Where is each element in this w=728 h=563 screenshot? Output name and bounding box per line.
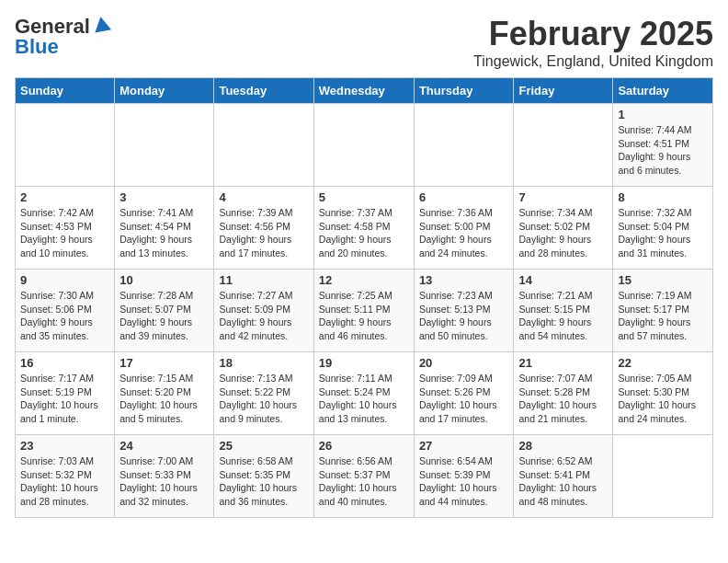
header-thursday: Thursday xyxy=(414,78,514,104)
day-info: Sunrise: 7:34 AM Sunset: 5:02 PM Dayligh… xyxy=(518,206,608,260)
day-number: 17 xyxy=(119,356,209,370)
calendar-cell xyxy=(115,104,214,187)
calendar-cell: 19Sunrise: 7:11 AM Sunset: 5:24 PM Dayli… xyxy=(313,352,414,435)
day-info: Sunrise: 7:39 AM Sunset: 4:56 PM Dayligh… xyxy=(219,206,308,260)
day-info: Sunrise: 7:30 AM Sunset: 5:06 PM Dayligh… xyxy=(20,289,109,343)
day-number: 19 xyxy=(319,356,409,370)
calendar-header-row: SundayMondayTuesdayWednesdayThursdayFrid… xyxy=(16,78,713,104)
day-number: 7 xyxy=(518,190,608,204)
day-info: Sunrise: 7:28 AM Sunset: 5:07 PM Dayligh… xyxy=(119,289,209,343)
header-sunday: Sunday xyxy=(16,78,115,104)
day-number: 5 xyxy=(319,190,409,204)
day-number: 2 xyxy=(20,190,109,204)
day-info: Sunrise: 7:09 AM Sunset: 5:26 PM Dayligh… xyxy=(419,372,509,426)
day-number: 4 xyxy=(219,190,308,204)
calendar-cell: 16Sunrise: 7:17 AM Sunset: 5:19 PM Dayli… xyxy=(16,352,115,435)
day-number: 9 xyxy=(20,273,109,287)
day-number: 16 xyxy=(20,356,109,370)
calendar-cell: 4Sunrise: 7:39 AM Sunset: 4:56 PM Daylig… xyxy=(214,187,313,270)
calendar-cell: 10Sunrise: 7:28 AM Sunset: 5:07 PM Dayli… xyxy=(115,270,214,352)
calendar-cell: 18Sunrise: 7:13 AM Sunset: 5:22 PM Dayli… xyxy=(214,352,313,435)
day-info: Sunrise: 7:07 AM Sunset: 5:28 PM Dayligh… xyxy=(518,372,608,426)
day-number: 6 xyxy=(419,190,509,204)
calendar-cell: 20Sunrise: 7:09 AM Sunset: 5:26 PM Dayli… xyxy=(414,352,514,435)
day-number: 12 xyxy=(319,273,409,287)
calendar-cell: 13Sunrise: 7:23 AM Sunset: 5:13 PM Dayli… xyxy=(414,270,514,352)
calendar-cell: 3Sunrise: 7:41 AM Sunset: 4:54 PM Daylig… xyxy=(115,187,214,270)
day-info: Sunrise: 6:58 AM Sunset: 5:35 PM Dayligh… xyxy=(219,454,308,509)
day-info: Sunrise: 7:36 AM Sunset: 5:00 PM Dayligh… xyxy=(419,206,509,260)
day-number: 13 xyxy=(419,273,509,287)
day-info: Sunrise: 7:15 AM Sunset: 5:20 PM Dayligh… xyxy=(119,372,209,426)
calendar-cell: 9Sunrise: 7:30 AM Sunset: 5:06 PM Daylig… xyxy=(16,270,115,352)
day-info: Sunrise: 7:11 AM Sunset: 5:24 PM Dayligh… xyxy=(319,372,409,426)
week-row-2: 2Sunrise: 7:42 AM Sunset: 4:53 PM Daylig… xyxy=(16,187,713,270)
header-saturday: Saturday xyxy=(613,78,713,104)
calendar-cell: 22Sunrise: 7:05 AM Sunset: 5:30 PM Dayli… xyxy=(613,352,713,435)
calendar-cell: 25Sunrise: 6:58 AM Sunset: 5:35 PM Dayli… xyxy=(214,435,313,518)
day-info: Sunrise: 7:25 AM Sunset: 5:11 PM Dayligh… xyxy=(319,289,409,343)
calendar-cell: 7Sunrise: 7:34 AM Sunset: 5:02 PM Daylig… xyxy=(514,187,613,270)
sub-title: Tingewick, England, United Kingdom xyxy=(473,53,713,70)
calendar-cell: 28Sunrise: 6:52 AM Sunset: 5:41 PM Dayli… xyxy=(514,435,613,518)
week-row-5: 23Sunrise: 7:03 AM Sunset: 5:32 PM Dayli… xyxy=(16,435,713,518)
calendar-cell: 15Sunrise: 7:19 AM Sunset: 5:17 PM Dayli… xyxy=(613,270,713,352)
page-header: General Blue February 2025 Tingewick, En… xyxy=(15,15,713,70)
day-number: 25 xyxy=(219,439,308,453)
day-number: 26 xyxy=(319,439,409,453)
calendar-cell: 1Sunrise: 7:44 AM Sunset: 4:51 PM Daylig… xyxy=(613,104,713,187)
logo-blue: Blue xyxy=(15,35,59,59)
day-info: Sunrise: 7:03 AM Sunset: 5:32 PM Dayligh… xyxy=(20,454,109,509)
week-row-4: 16Sunrise: 7:17 AM Sunset: 5:19 PM Dayli… xyxy=(16,352,713,435)
header-wednesday: Wednesday xyxy=(313,78,414,104)
calendar-cell: 27Sunrise: 6:54 AM Sunset: 5:39 PM Dayli… xyxy=(414,435,514,518)
day-info: Sunrise: 7:32 AM Sunset: 5:04 PM Dayligh… xyxy=(618,206,708,260)
logo-icon xyxy=(92,15,112,35)
calendar-cell: 21Sunrise: 7:07 AM Sunset: 5:28 PM Dayli… xyxy=(514,352,613,435)
svg-marker-0 xyxy=(93,16,112,33)
day-info: Sunrise: 7:00 AM Sunset: 5:33 PM Dayligh… xyxy=(119,454,209,509)
week-row-3: 9Sunrise: 7:30 AM Sunset: 5:06 PM Daylig… xyxy=(16,270,713,352)
day-number: 20 xyxy=(419,356,509,370)
calendar-table: SundayMondayTuesdayWednesdayThursdayFrid… xyxy=(15,77,713,518)
calendar-cell: 17Sunrise: 7:15 AM Sunset: 5:20 PM Dayli… xyxy=(115,352,214,435)
day-info: Sunrise: 7:42 AM Sunset: 4:53 PM Dayligh… xyxy=(20,206,109,260)
title-block: February 2025 Tingewick, England, United… xyxy=(473,15,713,70)
calendar-cell: 5Sunrise: 7:37 AM Sunset: 4:58 PM Daylig… xyxy=(313,187,414,270)
week-row-1: 1Sunrise: 7:44 AM Sunset: 4:51 PM Daylig… xyxy=(16,104,713,187)
calendar-cell: 6Sunrise: 7:36 AM Sunset: 5:00 PM Daylig… xyxy=(414,187,514,270)
calendar-cell xyxy=(414,104,514,187)
day-info: Sunrise: 7:41 AM Sunset: 4:54 PM Dayligh… xyxy=(119,206,209,260)
calendar-cell xyxy=(214,104,313,187)
day-number: 1 xyxy=(618,108,708,121)
calendar-cell xyxy=(514,104,613,187)
header-friday: Friday xyxy=(514,78,613,104)
calendar-cell: 8Sunrise: 7:32 AM Sunset: 5:04 PM Daylig… xyxy=(613,187,713,270)
day-info: Sunrise: 6:54 AM Sunset: 5:39 PM Dayligh… xyxy=(419,454,509,509)
header-monday: Monday xyxy=(115,78,214,104)
day-number: 18 xyxy=(219,356,308,370)
calendar-cell xyxy=(613,435,713,518)
day-number: 14 xyxy=(518,273,608,287)
calendar-cell xyxy=(313,104,414,187)
day-number: 23 xyxy=(20,439,109,453)
day-info: Sunrise: 7:19 AM Sunset: 5:17 PM Dayligh… xyxy=(618,289,708,343)
day-number: 22 xyxy=(618,356,708,370)
main-title: February 2025 xyxy=(473,15,713,53)
day-info: Sunrise: 7:37 AM Sunset: 4:58 PM Dayligh… xyxy=(319,206,409,260)
day-info: Sunrise: 7:23 AM Sunset: 5:13 PM Dayligh… xyxy=(419,289,509,343)
day-number: 10 xyxy=(119,273,209,287)
day-info: Sunrise: 7:21 AM Sunset: 5:15 PM Dayligh… xyxy=(518,289,608,343)
day-info: Sunrise: 6:56 AM Sunset: 5:37 PM Dayligh… xyxy=(319,454,409,509)
calendar-cell: 2Sunrise: 7:42 AM Sunset: 4:53 PM Daylig… xyxy=(16,187,115,270)
calendar-cell: 12Sunrise: 7:25 AM Sunset: 5:11 PM Dayli… xyxy=(313,270,414,352)
day-number: 27 xyxy=(419,439,509,453)
calendar-cell: 11Sunrise: 7:27 AM Sunset: 5:09 PM Dayli… xyxy=(214,270,313,352)
calendar-cell: 24Sunrise: 7:00 AM Sunset: 5:33 PM Dayli… xyxy=(115,435,214,518)
logo: General Blue xyxy=(15,15,112,59)
day-number: 28 xyxy=(518,439,608,453)
calendar-cell xyxy=(16,104,115,187)
calendar-cell: 14Sunrise: 7:21 AM Sunset: 5:15 PM Dayli… xyxy=(514,270,613,352)
day-number: 24 xyxy=(119,439,209,453)
header-tuesday: Tuesday xyxy=(214,78,313,104)
